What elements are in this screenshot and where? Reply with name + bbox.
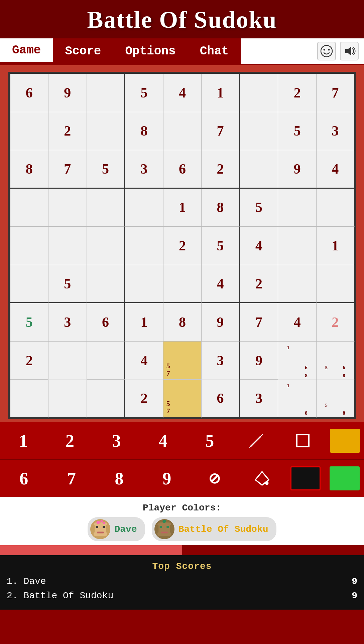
cell-8-8[interactable]: 58	[317, 380, 355, 418]
pencil-tool-button[interactable]	[237, 426, 276, 456]
cell-8-5[interactable]: 6	[202, 380, 240, 418]
cell-1-6[interactable]	[240, 112, 278, 151]
cell-7-4[interactable]: 57	[163, 342, 202, 380]
number-7-button[interactable]: 7	[52, 463, 91, 493]
cell-3-7[interactable]	[278, 189, 317, 227]
cell-5-3[interactable]	[125, 265, 163, 303]
cell-6-5[interactable]: 9	[202, 303, 240, 342]
erase-tool-button[interactable]: ⊘	[195, 463, 234, 493]
cell-5-6[interactable]: 2	[240, 265, 278, 303]
cell-7-5[interactable]: 3	[202, 342, 240, 380]
cell-0-3[interactable]: 5	[125, 74, 163, 112]
cell-7-1[interactable]	[48, 342, 87, 380]
color-green-button[interactable]	[330, 466, 360, 490]
cell-6-6[interactable]: 7	[240, 303, 278, 342]
cell-6-3[interactable]: 1	[125, 303, 163, 342]
cell-1-2[interactable]	[87, 112, 125, 151]
cell-4-4[interactable]: 2	[163, 227, 202, 265]
cell-6-2[interactable]: 6	[87, 303, 125, 342]
cell-8-0[interactable]	[10, 380, 49, 418]
cell-6-1[interactable]: 3	[48, 303, 87, 342]
number-5-button[interactable]: 5	[190, 426, 229, 456]
cell-2-0[interactable]: 8	[10, 150, 49, 189]
tab-options[interactable]: Options	[113, 38, 188, 64]
cell-2-2[interactable]: 5	[87, 150, 125, 189]
cell-3-8[interactable]	[317, 189, 355, 227]
cell-7-0[interactable]: 2	[10, 342, 49, 380]
cell-4-8[interactable]: 1	[317, 227, 355, 265]
cell-4-3[interactable]	[125, 227, 163, 265]
cell-5-0[interactable]	[10, 265, 49, 303]
tab-game[interactable]: Game	[0, 38, 53, 64]
cell-5-5[interactable]: 4	[202, 265, 240, 303]
cell-6-7[interactable]: 4	[278, 303, 317, 342]
cell-0-4[interactable]: 4	[163, 74, 202, 112]
cell-5-4[interactable]	[163, 265, 202, 303]
cell-0-1[interactable]: 9	[48, 74, 87, 112]
cell-6-8[interactable]: 2	[317, 303, 355, 342]
cell-8-3[interactable]: 2	[125, 380, 163, 418]
cell-4-5[interactable]: 5	[202, 227, 240, 265]
number-9-button[interactable]: 9	[147, 463, 186, 493]
tab-chat[interactable]: Chat	[188, 38, 241, 64]
cell-3-4[interactable]: 1	[163, 189, 202, 227]
cell-5-2[interactable]	[87, 265, 125, 303]
cell-6-0[interactable]: 5	[10, 303, 49, 342]
cell-3-0[interactable]	[10, 189, 49, 227]
cell-5-7[interactable]	[278, 265, 317, 303]
number-1-button[interactable]: 1	[4, 426, 43, 456]
cell-2-1[interactable]: 7	[48, 150, 87, 189]
cell-4-2[interactable]	[87, 227, 125, 265]
cell-8-7[interactable]: 18	[278, 380, 317, 418]
smiley-icon-button[interactable]	[317, 42, 336, 60]
cell-5-8[interactable]	[317, 265, 355, 303]
cell-2-7[interactable]: 9	[278, 150, 317, 189]
color-black-button[interactable]	[290, 466, 321, 490]
cell-3-1[interactable]	[48, 189, 87, 227]
color-orange-button[interactable]	[330, 429, 360, 453]
cell-7-2[interactable]	[87, 342, 125, 380]
cell-1-4[interactable]	[163, 112, 202, 151]
cell-0-8[interactable]: 7	[317, 74, 355, 112]
cell-1-5[interactable]: 7	[202, 112, 240, 151]
cell-2-4[interactable]: 6	[163, 150, 202, 189]
cell-1-8[interactable]: 3	[317, 112, 355, 151]
cell-4-1[interactable]	[48, 227, 87, 265]
cell-5-1[interactable]: 5	[48, 265, 87, 303]
cell-0-5[interactable]: 1	[202, 74, 240, 112]
cell-2-6[interactable]	[240, 150, 278, 189]
fill-tool-button[interactable]	[243, 463, 281, 493]
cell-1-1[interactable]: 2	[48, 112, 87, 151]
cell-3-2[interactable]	[87, 189, 125, 227]
cell-7-3[interactable]: 4	[125, 342, 163, 380]
cell-8-4[interactable]: 57	[163, 380, 202, 418]
cell-4-0[interactable]	[10, 227, 49, 265]
cell-8-6[interactable]: 3	[240, 380, 278, 418]
sound-icon-button[interactable]	[340, 42, 359, 60]
cell-7-8[interactable]: 568	[317, 342, 355, 380]
tab-score[interactable]: Score	[53, 38, 113, 64]
cell-0-2[interactable]	[87, 74, 125, 112]
cell-1-0[interactable]	[10, 112, 49, 151]
cell-8-2[interactable]	[87, 380, 125, 418]
cell-2-8[interactable]: 4	[317, 150, 355, 189]
cell-4-7[interactable]	[278, 227, 317, 265]
square-tool-button[interactable]	[283, 426, 322, 456]
cell-3-6[interactable]: 5	[240, 189, 278, 227]
cell-2-3[interactable]: 3	[125, 150, 163, 189]
cell-0-6[interactable]	[240, 74, 278, 112]
cell-7-7[interactable]: 168	[278, 342, 317, 380]
cell-3-5[interactable]: 8	[202, 189, 240, 227]
number-3-button[interactable]: 3	[97, 426, 136, 456]
cell-1-7[interactable]: 5	[278, 112, 317, 151]
cell-0-0[interactable]: 6	[10, 74, 49, 112]
number-2-button[interactable]: 2	[50, 426, 89, 456]
cell-7-6[interactable]: 9	[240, 342, 278, 380]
cell-8-1[interactable]	[48, 380, 87, 418]
cell-2-5[interactable]: 2	[202, 150, 240, 189]
cell-0-7[interactable]: 2	[278, 74, 317, 112]
cell-3-3[interactable]	[125, 189, 163, 227]
number-8-button[interactable]: 8	[100, 463, 139, 493]
cell-4-6[interactable]: 4	[240, 227, 278, 265]
number-6-button[interactable]: 6	[4, 463, 43, 493]
